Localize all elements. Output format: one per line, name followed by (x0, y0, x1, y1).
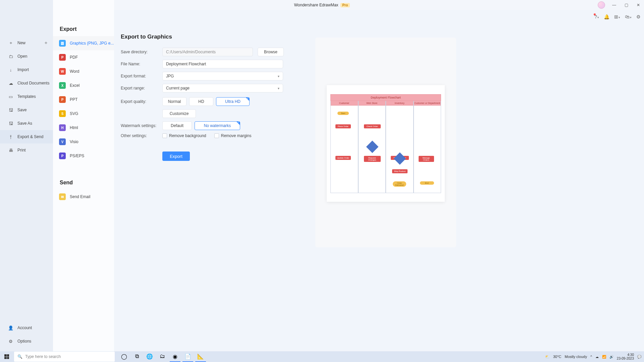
dir-input[interactable] (162, 48, 253, 56)
quality-normal[interactable]: Normal (162, 97, 186, 106)
sidebar-item-save[interactable]: 🖫Save (0, 103, 53, 117)
filename-input[interactable] (162, 60, 283, 68)
pro-badge: Pro (340, 3, 350, 7)
format-item-pdf[interactable]: PPDF (53, 50, 114, 64)
watermark-default[interactable]: Default (162, 121, 192, 130)
chrome-icon[interactable]: ◉ (170, 351, 180, 362)
flow-shape: Check Order (364, 124, 381, 128)
cortana-icon[interactable]: ◯ (119, 351, 129, 362)
chevron-down-icon: ▾ (278, 74, 279, 78)
format-item-word[interactable]: WWord (53, 64, 114, 78)
word-icon: W (59, 68, 66, 75)
ps-icon: P (59, 153, 66, 159)
saveas-icon: 🖫 (8, 121, 13, 126)
browse-button[interactable]: Browse (258, 48, 284, 56)
format-item-ppt[interactable]: PPPT (53, 93, 114, 107)
cart-icon[interactable]: 🛍▾ (625, 14, 632, 19)
sidebar-item-label: Export & Send (17, 134, 43, 139)
flow-shape: Ship Product (392, 169, 408, 173)
quality-ultra-hd[interactable]: Ultra HD (216, 97, 250, 106)
other-label: Other settings: (121, 133, 162, 138)
wifi-icon[interactable]: 📶 (602, 355, 606, 359)
email-icon: ✉ (59, 193, 66, 200)
task-view-icon[interactable]: ⧉ (131, 351, 142, 362)
format-item-html[interactable]: HHtml (53, 121, 114, 135)
clock[interactable]: 4:30 23-09-2023 (617, 353, 634, 361)
flow-shape: Update Order (335, 156, 351, 160)
sidebar-item-templates[interactable]: ▭Templates (0, 90, 53, 103)
weather-temp: 30°C (553, 355, 561, 359)
format-item-ps[interactable]: PPS/EPS (53, 149, 114, 163)
flow-shape: Order Delivered (393, 181, 406, 187)
sidebar-item-new[interactable]: ＋New＋ (0, 36, 53, 50)
sidebar-item-options[interactable]: ⚙Options (0, 335, 53, 348)
close-button[interactable]: ✕ (633, 0, 644, 10)
plus-icon[interactable]: ＋ (44, 40, 48, 46)
weather-text: Mostly cloudy (565, 355, 587, 359)
format-item-graphics[interactable]: 🖼Graphics (PNG, JPG e... (53, 36, 114, 50)
format-item-email[interactable]: ✉Send Email (53, 190, 114, 204)
flow-col-head: Inventory (386, 101, 413, 106)
open-icon: 🗀 (8, 54, 13, 59)
sidebar-item-label: Open (17, 54, 27, 59)
sidebar-item-saveas[interactable]: 🖫Save As (0, 117, 53, 130)
sidebar-item-import[interactable]: ↓Import (0, 63, 53, 76)
format-select[interactable]: JPG ▾ (162, 72, 283, 80)
sidebar-item-export[interactable]: ⭱Export & Send (0, 130, 53, 143)
flow-shape: Request Changes (364, 156, 381, 162)
apps-icon[interactable]: ⊞▾ (614, 14, 620, 19)
sidebar-item-open[interactable]: 🗀Open (0, 50, 53, 63)
notifications-icon[interactable]: 💬 (637, 355, 641, 359)
format-column: Export 🖼Graphics (PNG, JPG e...PPDFWWord… (53, 0, 114, 351)
sidebar-item-account[interactable]: 👤Account (0, 321, 53, 335)
customize-button[interactable]: Customize (162, 109, 196, 118)
flow-shape: Manage Orders (419, 156, 434, 162)
format-item-label: PPT (70, 97, 77, 102)
bell-icon[interactable]: 🔔 (604, 14, 609, 19)
help-icon[interactable]: ?▾ (594, 14, 599, 19)
new-icon: ＋ (8, 40, 13, 46)
edrawmax-icon[interactable]: 📐 (195, 351, 206, 362)
sidebar-item-label: Import (17, 67, 29, 72)
edge-icon[interactable]: 🌐 (144, 351, 155, 362)
start-button[interactable] (0, 351, 13, 362)
format-item-svg[interactable]: SSVG (53, 107, 114, 121)
range-select[interactable]: Current page ▾ (162, 84, 283, 93)
flow-col: InventoryContact OrderShip ProductOrder … (386, 101, 414, 193)
taskbar-search[interactable]: 🔍 Type here to search (14, 352, 115, 362)
sidebar-item-print[interactable]: 🖶Print (0, 143, 53, 157)
weather-icon[interactable]: ⛅ (545, 355, 550, 359)
flow-col-head: Web Store (359, 101, 386, 106)
volume-icon[interactable]: 🔊 (609, 355, 613, 359)
format-item-label: Word (70, 69, 79, 74)
flow-shape: Start (337, 112, 349, 115)
send-heading: Send (53, 163, 114, 190)
sidebar-item-label: Cloud Documents (17, 81, 49, 85)
sidebar-item-cloud[interactable]: ☁Cloud Documents (0, 76, 53, 90)
avatar[interactable] (598, 1, 605, 9)
format-item-label: SVG (70, 111, 78, 116)
format-value: JPG (166, 74, 174, 78)
chevron-down-icon: ▾ (278, 86, 279, 90)
format-item-label: Html (70, 125, 78, 130)
tray-chevron-icon[interactable]: ^ (590, 355, 592, 359)
settings-icon[interactable]: ⚙ (636, 14, 641, 19)
explorer-icon[interactable]: 🗂 (157, 351, 168, 362)
format-item-excel[interactable]: XExcel (53, 78, 114, 93)
minimize-button[interactable]: — (608, 0, 620, 10)
checkbox-remove-background[interactable]: Remove background (162, 133, 206, 138)
sidebar-item-label: New (17, 41, 25, 45)
maximize-button[interactable]: ▢ (621, 0, 632, 10)
sidebar-item-label: Print (17, 148, 26, 153)
word-icon[interactable]: 📄 (182, 351, 193, 362)
quality-hd[interactable]: HD (189, 97, 213, 106)
flow-shape (366, 140, 378, 153)
export-button[interactable]: Export (162, 152, 190, 161)
watermark-label: Watermark settings: (121, 123, 162, 128)
onedrive-icon[interactable]: ☁ (595, 355, 599, 359)
checkbox-remove-margins[interactable]: Remove margins (214, 133, 252, 138)
format-item-visio[interactable]: VVisio (53, 135, 114, 149)
flow-col-head: Customer (331, 101, 358, 106)
watermark-no-watermarks[interactable]: No watermarks (195, 121, 240, 130)
print-icon: 🖶 (8, 147, 13, 153)
